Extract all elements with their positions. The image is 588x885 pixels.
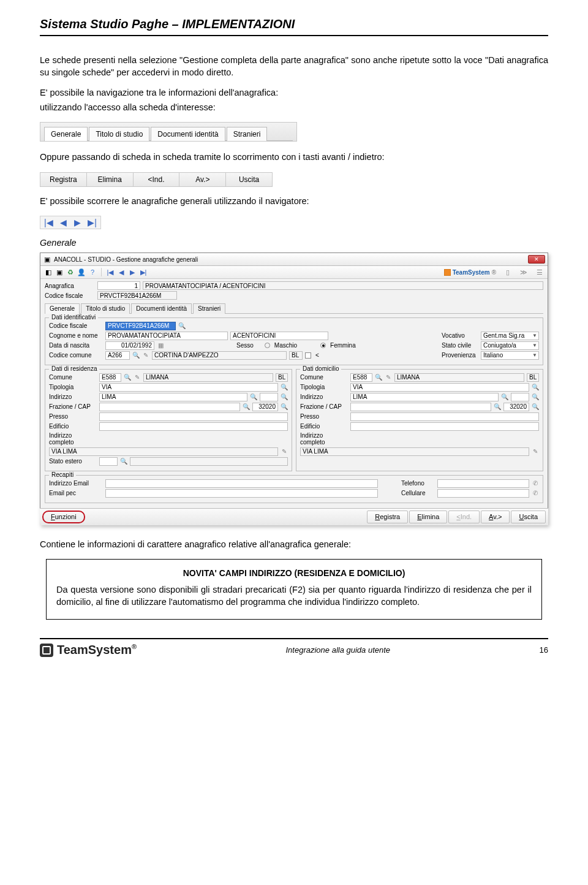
nav-next-icon[interactable]: ▶ — [128, 268, 137, 276]
cellulare-input[interactable] — [437, 489, 529, 498]
avanti-button[interactable]: Av.> — [179, 173, 226, 186]
pec-input[interactable] — [105, 489, 378, 498]
edit-icon[interactable]: ✎ — [385, 374, 392, 381]
dom-edificio-input[interactable] — [350, 422, 539, 431]
lookup-icon[interactable]: 🔍 — [494, 403, 501, 411]
nav-first-icon[interactable]: |◀ — [44, 218, 53, 227]
lookup-icon[interactable]: 🔍 — [250, 393, 257, 401]
lookup-icon[interactable]: 🔍 — [281, 393, 288, 401]
res-stato-estero-input[interactable] — [99, 457, 118, 466]
res-frazione-input[interactable] — [99, 403, 240, 411]
lookup-icon[interactable]: 🔍 — [281, 384, 288, 391]
comune-name-display: CORTINA D'AMPEZZO — [152, 351, 287, 360]
clear-icon[interactable]: ✎ — [142, 352, 149, 359]
res-presso-input[interactable] — [99, 412, 288, 421]
registra-button[interactable]: Registra — [367, 511, 408, 523]
indietro-button[interactable]: <Ind. — [134, 173, 180, 186]
edit-icon[interactable]: ✎ — [134, 374, 141, 381]
dom-civico-input[interactable] — [511, 393, 529, 401]
anagrafica-name-display: PROVAMATANTOCIPIATA / ACENTOFICINI — [143, 281, 543, 290]
indietro-button[interactable]: <Ind. — [448, 511, 480, 523]
lookup-icon[interactable]: 🔍 — [124, 374, 131, 381]
toolbar-tail-icon-1[interactable]: ▯ — [503, 268, 512, 276]
toolbar-icon-3[interactable]: ♻ — [66, 268, 75, 276]
toolbar-icon-4[interactable]: 👤 — [77, 268, 86, 276]
checkbox[interactable] — [305, 352, 311, 359]
lookup-icon[interactable]: 🔍 — [532, 384, 539, 391]
provenienza-label: Provenienza — [442, 352, 478, 359]
help-icon[interactable]: ? — [88, 268, 97, 276]
elimina-button[interactable]: Elimina — [87, 173, 134, 186]
dom-indirizzo-completo: VIA LIMA — [300, 447, 529, 456]
data-nascita-input[interactable]: 01/02/1992 — [105, 341, 154, 350]
itab-generale[interactable]: Generale — [45, 303, 80, 314]
nav-first-icon[interactable]: |◀ — [106, 268, 115, 276]
nav-prev-icon[interactable]: ◀ — [60, 218, 67, 227]
lookup-icon[interactable]: 🔍 — [120, 458, 127, 465]
lookup-icon[interactable]: 🔍 — [501, 393, 508, 401]
itab-titolo-studio[interactable]: Titolo di studio — [81, 303, 130, 314]
inner-tabstrip: Generale Titolo di studio Documenti iden… — [45, 303, 543, 314]
stato-civile-select[interactable]: Coniugato/a▼ — [481, 341, 539, 350]
dom-comune-input[interactable]: E588 — [350, 373, 372, 382]
toolbar-icon-2[interactable]: ▣ — [55, 268, 64, 276]
telefono-input[interactable] — [437, 479, 529, 488]
toolbar-tail-icon-2[interactable]: ≫ — [519, 268, 528, 276]
sesso-maschio-radio[interactable] — [265, 343, 270, 348]
res-civico-input[interactable] — [260, 393, 278, 401]
uscita-button[interactable]: Uscita — [511, 511, 546, 523]
phone-icon[interactable]: ✆ — [532, 480, 539, 487]
tab-documenti-identita[interactable]: Documenti identità — [151, 127, 225, 141]
registra-button[interactable]: Registra — [40, 173, 87, 186]
navigator-example: |◀ ◀ ▶ ▶| — [40, 216, 101, 229]
edit-icon[interactable]: ✎ — [281, 448, 288, 455]
avanti-button[interactable]: Av.> — [481, 511, 510, 523]
codice-comune-input[interactable]: A266 — [105, 351, 130, 360]
dom-cap-input[interactable]: 32020 — [503, 403, 529, 411]
res-cap-input[interactable]: 32020 — [252, 403, 278, 411]
anagrafica-code-input[interactable]: 1 — [97, 281, 140, 290]
tab-generale[interactable]: Generale — [44, 127, 88, 141]
nav-next-icon[interactable]: ▶ — [74, 218, 81, 227]
res-edificio-input[interactable] — [99, 422, 288, 431]
cf-label: Codice fiscale — [49, 322, 103, 330]
lookup-icon[interactable]: 🔍 — [132, 352, 140, 359]
dom-frazione-input[interactable] — [350, 403, 491, 411]
lookup-icon[interactable]: 🔍 — [178, 322, 186, 330]
nome-input[interactable]: ACENTOFICINI — [230, 332, 328, 340]
funzioni-button[interactable]: Funzioni — [42, 511, 85, 523]
nav-prev-icon[interactable]: ◀ — [117, 268, 126, 276]
close-icon[interactable]: ✕ — [528, 255, 545, 264]
calendar-icon[interactable]: ▦ — [157, 342, 164, 349]
dom-indirizzo-input[interactable]: LIMA — [350, 393, 499, 401]
lookup-icon[interactable]: 🔍 — [532, 403, 539, 411]
cf-input[interactable]: PRVCTF92B41A266M — [105, 322, 176, 330]
res-comune-input[interactable]: E588 — [99, 373, 121, 382]
vocativo-select[interactable]: Gent.ma Sig.ra▼ — [481, 332, 539, 340]
lookup-icon[interactable]: 🔍 — [532, 393, 539, 401]
cognome-input[interactable]: PROVAMATANTOCIPIATA — [105, 332, 228, 340]
edit-icon[interactable]: ✎ — [532, 448, 539, 455]
elimina-button[interactable]: Elimina — [409, 511, 447, 523]
dom-presso-input[interactable] — [350, 412, 539, 421]
lookup-icon[interactable]: 🔍 — [281, 403, 288, 411]
toolbar-icon-1[interactable]: ◧ — [44, 268, 53, 276]
email-input[interactable] — [105, 479, 378, 488]
tab-stranieri[interactable]: Stranieri — [227, 127, 268, 141]
nav-last-icon[interactable]: ▶| — [88, 218, 97, 227]
uscita-button[interactable]: Uscita — [226, 173, 272, 186]
toolbar-tail-icon-3[interactable]: ☰ — [535, 268, 544, 276]
dom-tipologia-input[interactable]: VIA — [350, 383, 529, 392]
itab-documenti-identita[interactable]: Documenti identità — [131, 303, 192, 314]
app-icon: ▣ — [43, 255, 51, 264]
res-indirizzo-input[interactable]: LIMA — [99, 393, 247, 401]
nav-last-icon[interactable]: ▶| — [139, 268, 148, 276]
phone-icon[interactable]: ✆ — [532, 490, 539, 497]
itab-stranieri[interactable]: Stranieri — [193, 303, 225, 314]
tab-titolo-studio[interactable]: Titolo di studio — [89, 127, 149, 141]
sesso-femmina-radio[interactable] — [320, 343, 326, 348]
res-tipologia-input[interactable]: VIA — [99, 383, 278, 392]
lookup-icon[interactable]: 🔍 — [375, 374, 382, 381]
provenienza-select[interactable]: Italiano▼ — [481, 351, 539, 360]
lookup-icon[interactable]: 🔍 — [243, 403, 250, 411]
